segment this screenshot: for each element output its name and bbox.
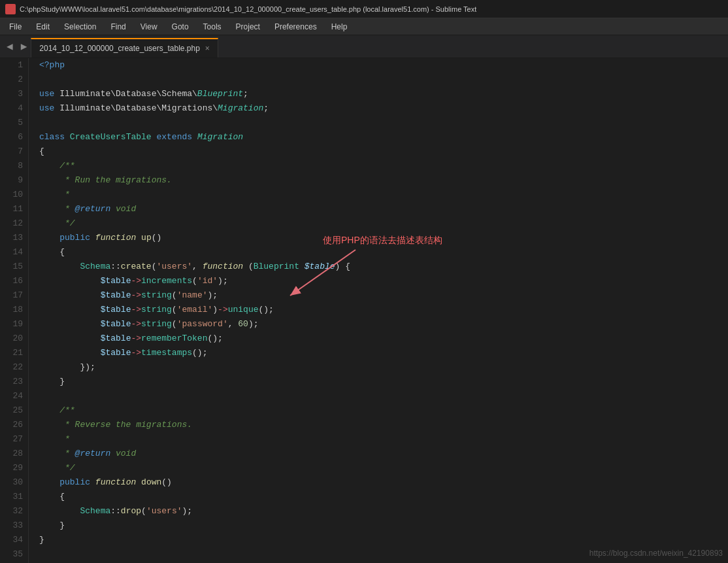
code-line-17: $table->string('name'); xyxy=(39,288,728,303)
code-line-24 xyxy=(39,389,728,403)
menu-preferences[interactable]: Preferences xyxy=(268,20,323,33)
menu-selection[interactable]: Selection xyxy=(58,20,103,33)
title-bar: C:\phpStudy\WWW\local.laravel51.com\data… xyxy=(0,0,728,18)
line-num-24: 24 xyxy=(5,389,23,403)
menu-goto[interactable]: Goto xyxy=(165,20,195,33)
line-num-12: 12 xyxy=(5,216,23,231)
code-line-2 xyxy=(39,73,728,87)
menu-find[interactable]: Find xyxy=(104,20,132,33)
line-num-35: 35 xyxy=(5,547,23,562)
line-num-7: 7 xyxy=(5,145,23,159)
menu-edit[interactable]: Edit xyxy=(29,20,56,33)
code-line-5 xyxy=(39,116,728,130)
code-line-8: /** xyxy=(39,159,728,173)
line-num-1: 1 xyxy=(5,58,23,73)
code-line-7: { xyxy=(39,145,728,159)
line-num-14: 14 xyxy=(5,245,23,260)
code-line-28: * @return void xyxy=(39,447,728,461)
code-line-6: class CreateUsersTable extends Migration xyxy=(39,130,728,145)
line-num-6: 6 xyxy=(5,130,23,145)
line-num-19: 19 xyxy=(5,317,23,332)
code-line-29: */ xyxy=(39,461,728,475)
line-num-34: 34 xyxy=(5,533,23,547)
menu-file[interactable]: File xyxy=(3,20,28,33)
menu-tools[interactable]: Tools xyxy=(197,20,228,33)
code-line-3: use Illuminate\Database\Schema\Blueprint… xyxy=(39,87,728,101)
line-num-23: 23 xyxy=(5,375,23,389)
line-num-29: 29 xyxy=(5,461,23,475)
code-line-33: } xyxy=(39,519,728,533)
line-num-17: 17 xyxy=(5,288,23,303)
app-icon xyxy=(5,4,16,14)
code-line-25: /** xyxy=(39,403,728,418)
code-line-20: $table->rememberToken(); xyxy=(39,332,728,346)
line-num-9: 9 xyxy=(5,173,23,188)
code-line-26: * Reverse the migrations. xyxy=(39,418,728,432)
code-line-15: Schema::create('users', function (Bluepr… xyxy=(39,260,728,274)
menu-help[interactable]: Help xyxy=(325,20,354,33)
line-num-28: 28 xyxy=(5,447,23,461)
active-tab[interactable]: 2014_10_12_000000_create_users_table.php… xyxy=(31,38,218,58)
tab-filename: 2014_10_12_000000_create_users_table.php xyxy=(39,44,200,53)
line-num-3: 3 xyxy=(5,87,23,101)
code-line-9: * Run the migrations. xyxy=(39,173,728,188)
code-line-14: { xyxy=(39,245,728,260)
code-line-34: } xyxy=(39,533,728,547)
menu-view[interactable]: View xyxy=(134,20,164,33)
code-line-16: $table->increments('id'); xyxy=(39,274,728,288)
code-line-27: * xyxy=(39,432,728,447)
code-line-19: $table->string('password', 60); xyxy=(39,317,728,332)
line-num-10: 10 xyxy=(5,188,23,202)
code-line-30: public function down() xyxy=(39,475,728,490)
line-num-20: 20 xyxy=(5,332,23,346)
menu-project[interactable]: Project xyxy=(229,20,267,33)
line-num-30: 30 xyxy=(5,475,23,490)
code-line-1: <?php xyxy=(39,58,728,73)
line-num-5: 5 xyxy=(5,116,23,130)
line-numbers: 1 2 3 4 5 6 7 8 9 10 11 12 13 14 15 16 1… xyxy=(0,58,29,563)
code-line-13: public function up() xyxy=(39,231,728,245)
code-line-10: * xyxy=(39,188,728,202)
line-num-4: 4 xyxy=(5,101,23,116)
line-num-25: 25 xyxy=(5,403,23,418)
watermark: https://blog.csdn.net/weixin_42190893 xyxy=(589,549,723,558)
menu-bar: File Edit Selection Find View Goto Tools… xyxy=(0,18,728,35)
code-line-18: $table->string('email')->unique(); xyxy=(39,303,728,317)
editor: 1 2 3 4 5 6 7 8 9 10 11 12 13 14 15 16 1… xyxy=(0,58,728,563)
line-num-15: 15 xyxy=(5,260,23,274)
line-num-31: 31 xyxy=(5,490,23,504)
code-line-12: */ xyxy=(39,216,728,231)
tab-close-button[interactable]: × xyxy=(205,44,210,53)
line-num-2: 2 xyxy=(5,73,23,87)
tab-nav-right[interactable]: ▶ xyxy=(17,37,31,56)
title-text: C:\phpStudy\WWW\local.laravel51.com\data… xyxy=(20,5,476,13)
line-num-33: 33 xyxy=(5,519,23,533)
line-num-16: 16 xyxy=(5,274,23,288)
line-num-22: 22 xyxy=(5,360,23,375)
watermark-text: https://blog.csdn.net/weixin_42190893 xyxy=(589,549,723,558)
code-line-4: use Illuminate\Database\Migrations\Migra… xyxy=(39,101,728,116)
code-area[interactable]: <?php use Illuminate\Database\Schema\Blu… xyxy=(29,58,728,563)
line-num-8: 8 xyxy=(5,159,23,173)
tab-nav-left[interactable]: ◀ xyxy=(3,37,17,56)
code-line-21: $table->timestamps(); xyxy=(39,346,728,360)
line-num-26: 26 xyxy=(5,418,23,432)
line-num-21: 21 xyxy=(5,346,23,360)
line-num-27: 27 xyxy=(5,432,23,447)
tab-bar: ◀ ▶ 2014_10_12_000000_create_users_table… xyxy=(0,35,728,58)
code-line-31: { xyxy=(39,490,728,504)
code-line-32: Schema::drop('users'); xyxy=(39,504,728,519)
line-num-32: 32 xyxy=(5,504,23,519)
line-num-18: 18 xyxy=(5,303,23,317)
code-line-11: * @return void xyxy=(39,202,728,216)
code-line-23: } xyxy=(39,375,728,389)
code-line-22: }); xyxy=(39,360,728,375)
line-num-13: 13 xyxy=(5,231,23,245)
line-num-11: 11 xyxy=(5,202,23,216)
